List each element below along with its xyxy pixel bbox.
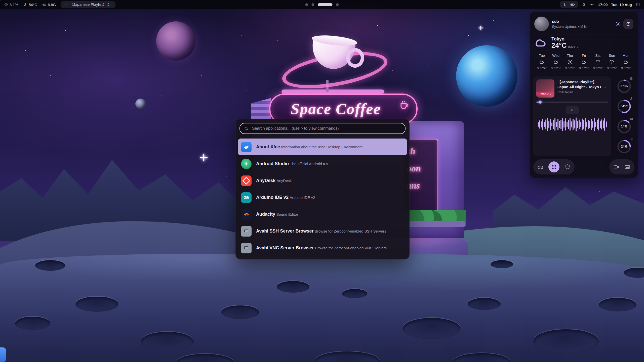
- device-icon[interactable]: [563, 3, 567, 7]
- waveform-bar: [554, 118, 555, 131]
- waveform-bar: [556, 122, 557, 127]
- album-art-label: TOKYO L: [536, 92, 554, 96]
- cloud-icon: [623, 59, 629, 65]
- launcher-results: About Xfce Information about the Xfce De…: [235, 139, 410, 256]
- waveform-bar: [592, 121, 593, 128]
- clock[interactable]: 17:09 - Tue, 19 Aug: [598, 3, 632, 7]
- settings-button[interactable]: [615, 21, 620, 26]
- forecast-day: Mon 33°/26°: [619, 54, 633, 70]
- shield-icon: [565, 164, 571, 170]
- thermometer-icon: [23, 3, 27, 7]
- shield-button[interactable]: [565, 164, 571, 170]
- waveform-bar: [580, 122, 581, 127]
- temperature-value: 54°C: [29, 3, 37, 7]
- keyboard-icon: [624, 164, 630, 170]
- cpu-gauge: 3.1%: [614, 77, 634, 96]
- waveform-bar: [594, 118, 595, 131]
- waveform-bar: [570, 118, 571, 131]
- waveform-bar: [576, 117, 577, 131]
- crater: [15, 317, 50, 330]
- app-description: Browse for Zeroconf-enabled VNC Servers: [315, 246, 387, 250]
- waveform-bar: [562, 118, 563, 131]
- window-neon-text: sh: [407, 146, 437, 157]
- waveform-bar: [595, 122, 596, 127]
- app-name: Avahi SSH Server Browser: [256, 229, 313, 234]
- power-icon: [626, 21, 631, 26]
- apps-button[interactable]: [548, 161, 559, 172]
- memory-icon: [629, 117, 633, 121]
- memory-gauge: 14%: [614, 117, 634, 136]
- waveform-bar: [539, 120, 540, 129]
- music-progress-knob[interactable]: [539, 101, 542, 104]
- user-card: seb System Uptime: 4h11m: [533, 15, 634, 34]
- app-name: Android Studio: [256, 161, 289, 166]
- app-row-anydesk[interactable]: AnyDesk AnyDesk: [238, 172, 407, 189]
- waveform-bar: [567, 122, 568, 127]
- pause-icon: [570, 108, 575, 112]
- top-bar: 3.1% 54°C 6.8G 【Japanese Playlist】 J... …: [0, 0, 644, 9]
- notifications-bell-icon[interactable]: [582, 3, 586, 7]
- workspace-dot-1[interactable]: [305, 3, 308, 6]
- app-description: AnyDesk: [277, 178, 292, 183]
- app-description: The official Android IDE: [290, 162, 329, 166]
- crater: [491, 260, 513, 268]
- crater: [221, 305, 259, 319]
- system-stats: 3.1% 54°C 14% 24%: [614, 76, 634, 156]
- workspace-dot-4[interactable]: [336, 3, 339, 6]
- system-tray: [560, 1, 578, 8]
- power-button[interactable]: [623, 19, 633, 29]
- app-row-arduino[interactable]: Arduino IDE v2 Arduino IDE v2: [238, 189, 407, 206]
- shop-planter: [406, 221, 465, 227]
- crater: [468, 298, 501, 310]
- waveform-bar: [545, 119, 546, 129]
- now-playing-pill[interactable]: 【Japanese Playlist】 J...: [61, 1, 115, 8]
- track-title: 【Japanese Playlist】 Japan All Night - To…: [557, 79, 608, 89]
- screen-record-button[interactable]: [613, 164, 619, 170]
- edge-widget[interactable]: [0, 347, 6, 362]
- shop-steps: [251, 98, 271, 122]
- memory-indicator: 6.8G: [42, 3, 56, 7]
- workspace-dot-2[interactable]: [312, 3, 314, 6]
- avatar: [534, 17, 549, 31]
- waveform-bar: [542, 119, 543, 130]
- cpu-chip-icon: [629, 77, 633, 80]
- user-name: seb: [552, 19, 612, 24]
- app-row-audacity[interactable]: Audacity Sound Editor: [238, 206, 407, 223]
- search-input[interactable]: [252, 126, 401, 131]
- waveform-bar: [603, 120, 604, 128]
- waveform-bar: [585, 118, 586, 131]
- waveform-bar: [579, 119, 580, 129]
- waveform-bar: [544, 122, 545, 127]
- neon-coffee-cup-icon: [399, 100, 410, 111]
- umbrella-icon: [595, 59, 601, 65]
- app-row-avahi-vnc[interactable]: Avahi VNC Server Browser Browse for Zero…: [238, 240, 407, 256]
- crater: [277, 281, 309, 293]
- games-button[interactable]: [537, 164, 543, 170]
- crater: [533, 329, 599, 353]
- app-launcher: About Xfce Information about the Xfce De…: [235, 119, 410, 259]
- track-artist: Chill Japan.: [557, 90, 608, 94]
- thermometer-icon: [629, 97, 633, 101]
- crater: [141, 332, 194, 351]
- waveform-bar: [600, 121, 601, 128]
- volume-icon[interactable]: [590, 3, 594, 7]
- pause-button[interactable]: [566, 106, 579, 114]
- xfce-icon: [241, 142, 252, 152]
- app-row-about-xfce[interactable]: About Xfce Information about the Xfce De…: [238, 139, 407, 155]
- audacity-icon: [241, 209, 252, 220]
- apps-grid-icon[interactable]: [636, 3, 640, 7]
- launcher-search: [239, 123, 406, 134]
- app-row-avahi-ssh[interactable]: Avahi SSH Server Browser Browse for Zero…: [238, 223, 407, 240]
- forecast-day: Sun 33°/26°: [605, 54, 619, 70]
- temperature-indicator: 54°C: [23, 3, 37, 7]
- keyboard-button[interactable]: [624, 164, 630, 170]
- music-progress-bar[interactable]: [536, 102, 608, 103]
- crater: [342, 289, 367, 298]
- app-row-android-studio[interactable]: Android Studio The official Android IDE: [238, 155, 407, 172]
- gear-icon: [615, 21, 620, 26]
- waveform-bar: [551, 122, 552, 126]
- workspace-dot-3[interactable]: [318, 3, 333, 6]
- app-name: About Xfce: [256, 144, 280, 149]
- crater: [75, 297, 118, 312]
- avahi-ssh-icon: [241, 226, 252, 237]
